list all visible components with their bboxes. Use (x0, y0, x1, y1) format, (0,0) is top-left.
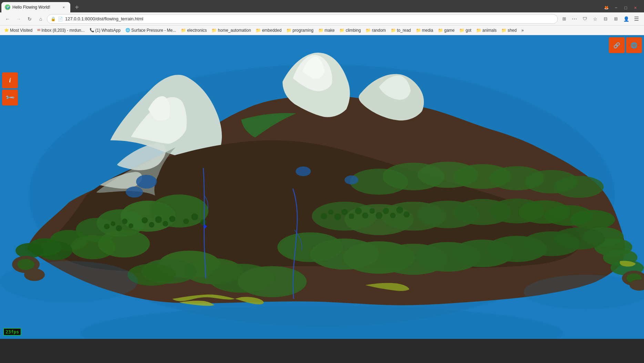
svg-point-63 (341, 209, 348, 215)
svg-point-54 (155, 216, 162, 223)
maximize-button[interactable]: □ (621, 4, 630, 11)
inbox-icon: ✉ (37, 28, 40, 32)
info-icon: i (9, 77, 11, 84)
svg-point-82 (17, 259, 34, 270)
got-folder-icon: 📁 (459, 28, 464, 33)
sidebar-toggle-button[interactable]: ⊟ (601, 14, 610, 24)
shield-button[interactable]: 🛡 (580, 14, 590, 24)
secure-icon: 🔒 (51, 17, 56, 21)
bookmark-climbing[interactable]: 📁 climbing (337, 27, 363, 33)
svg-point-24 (570, 210, 615, 229)
globe-overlay-button[interactable]: 🌐 (626, 37, 642, 53)
make-label: make (325, 28, 335, 33)
svg-point-71 (396, 206, 403, 213)
media-label: media (422, 28, 433, 33)
svg-point-67 (369, 208, 375, 214)
bookmark-to-read[interactable]: 📁 to_read (389, 27, 413, 33)
new-tab-button[interactable]: + (72, 2, 82, 12)
reload-button[interactable]: ↻ (25, 14, 34, 24)
got-label: got (466, 28, 471, 33)
game-label: game (444, 28, 454, 33)
bookmark-programing[interactable]: 📁 programing (284, 27, 316, 33)
main-menu-button[interactable]: ☰ (632, 14, 641, 24)
svg-point-37 (553, 228, 605, 250)
wrench-icon: 🔧 (4, 92, 15, 103)
svg-point-61 (328, 209, 334, 215)
main-viewport: i 🔧 🔗 🌐 23fps (0, 35, 644, 339)
back-button[interactable]: ← (3, 14, 12, 24)
close-button[interactable]: × (631, 4, 640, 11)
bookmark-shed[interactable]: 📁 shed (499, 27, 519, 33)
bookmark-animals[interactable]: 📁 animals (474, 27, 499, 33)
climbing-folder-icon: 📁 (339, 28, 345, 33)
tab-bar: 🌍 Hello Flowing World! × + 🦊 − □ × (0, 0, 644, 12)
game-folder-icon: 📁 (438, 28, 443, 33)
svg-point-69 (383, 208, 389, 214)
shed-folder-icon: 📁 (501, 28, 507, 33)
random-folder-icon: 📁 (366, 28, 371, 33)
top-right-overlay: 🔗 🌐 (609, 37, 642, 53)
bookmark-electronics[interactable]: 📁 electronics (179, 27, 209, 33)
shed-label: shed (508, 28, 517, 33)
bookmark-got[interactable]: 📁 got (457, 27, 473, 33)
svg-point-8 (98, 230, 150, 258)
to-read-folder-icon: 📁 (391, 28, 396, 33)
minimize-button[interactable]: − (612, 4, 621, 11)
svg-point-73 (136, 175, 157, 189)
tab-close-button[interactable]: × (61, 4, 67, 10)
bookmark-inbox[interactable]: ✉ Inbox (8,203) - mrdun... (35, 27, 86, 33)
bookmark-whatsapp[interactable]: 📞 (1) WhatsApp (88, 27, 123, 33)
home-button[interactable]: ⌂ (36, 14, 45, 24)
svg-point-56 (169, 216, 175, 222)
svg-point-48 (111, 221, 115, 226)
active-tab[interactable]: 🌍 Hello Flowing World! × (1, 2, 70, 12)
bookmark-surface-pressure[interactable]: 🌐 Surface Pressure - Me... (123, 27, 178, 33)
svg-point-75 (296, 167, 311, 176)
embedded-folder-icon: 📁 (256, 28, 261, 33)
svg-point-65 (355, 208, 362, 214)
profile-button[interactable]: 👤 (621, 14, 631, 24)
home-automation-label: home_automation (218, 28, 251, 33)
svg-point-57 (183, 219, 189, 224)
settings-button[interactable]: 🔧 (2, 90, 18, 105)
overflow-icon: » (521, 28, 524, 33)
extension-icon[interactable]: 🦊 (602, 4, 611, 11)
reader-mode-button[interactable]: ⊞ (559, 14, 569, 24)
svg-point-59 (200, 219, 206, 225)
svg-point-50 (122, 219, 127, 224)
address-bar[interactable]: 🔒 📄 127.0.0.1:8000/dist/flowing_terrain.… (47, 14, 558, 24)
bookmark-most-visited[interactable]: ⭐ Most Visited (2, 27, 34, 33)
to-read-label: to_read (397, 28, 411, 33)
terrain-canvas[interactable]: i 🔧 🔗 🌐 23fps (0, 35, 644, 339)
bookmark-game[interactable]: 📁 game (436, 27, 457, 33)
nav-right-buttons: ⊞ ⋯ 🛡 ☆ ⊟ ⊞ 👤 ☰ (559, 14, 641, 24)
bookmarks-button[interactable]: ⊞ (611, 14, 621, 24)
forward-button[interactable]: → (14, 14, 23, 24)
star-button[interactable]: ☆ (590, 14, 600, 24)
most-visited-icon: ⭐ (4, 28, 9, 32)
climbing-label: climbing (346, 28, 361, 33)
overflow-menu-button[interactable]: ⋯ (570, 14, 579, 24)
bookmark-make[interactable]: 📁 make (316, 27, 337, 33)
info-button[interactable]: i (2, 72, 18, 88)
bookmark-embedded[interactable]: 📁 embedded (254, 27, 284, 33)
svg-point-55 (163, 221, 168, 226)
bookmarks-overflow[interactable]: » (519, 27, 526, 33)
bookmark-random[interactable]: 📁 random (364, 27, 388, 33)
svg-point-70 (390, 213, 396, 218)
bookmark-home-automation[interactable]: 📁 home_automation (209, 27, 253, 33)
svg-point-76 (345, 175, 358, 184)
svg-point-60 (321, 213, 327, 219)
svg-point-46 (16, 243, 43, 258)
window-controls: 🦊 − □ × (602, 4, 643, 12)
terrain-svg (0, 35, 644, 339)
svg-point-49 (116, 225, 122, 231)
svg-point-47 (104, 224, 110, 229)
page-overlay-buttons: i 🔧 (0, 70, 20, 108)
most-visited-label: Most Visited (10, 28, 32, 33)
svg-point-53 (149, 222, 154, 228)
svg-point-64 (349, 213, 354, 219)
bookmark-media[interactable]: 📁 media (414, 27, 436, 33)
link-overlay-button[interactable]: 🔗 (609, 37, 625, 53)
programing-label: programing (293, 28, 314, 33)
